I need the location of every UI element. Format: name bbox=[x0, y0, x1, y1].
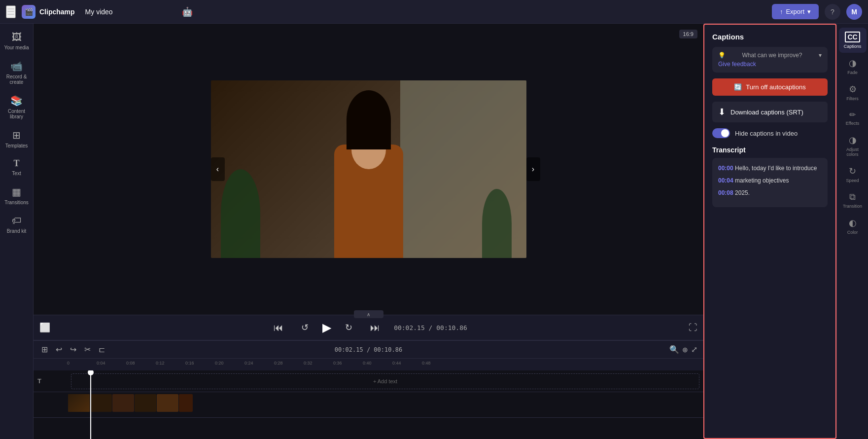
ruler-mark: 0:04 bbox=[97, 361, 105, 366]
redo-button[interactable]: ↪ bbox=[68, 343, 78, 356]
left-sidebar: 🖼 Your media 📹 Record & create 📚 Content… bbox=[0, 24, 34, 439]
content-library-icon: 📚 bbox=[10, 95, 23, 107]
prev-clip-button[interactable]: ‹ bbox=[211, 157, 225, 181]
ai-button[interactable]: 🤖 bbox=[182, 6, 193, 17]
text-track-row: T + Add text bbox=[34, 370, 703, 392]
transcript-line-2[interactable]: 00:04 marketing objectives bbox=[718, 176, 822, 185]
playback-time: 00:02.15 / 00:10.86 bbox=[394, 324, 467, 331]
sidebar-item-transitions[interactable]: ▦ Transitions bbox=[2, 182, 32, 209]
zoom-controls: 🔍 ⊕ ⤢ bbox=[669, 345, 697, 354]
video-thumb-1[interactable] bbox=[68, 394, 90, 412]
sidebar-item-label: Your media bbox=[4, 45, 29, 50]
sidebar-item-your-media[interactable]: 🖼 Your media bbox=[2, 28, 32, 54]
turn-off-autocaptions-button[interactable]: 🔄 Turn off autocaptions bbox=[712, 78, 828, 96]
hide-captions-label: Hide captions in video bbox=[735, 130, 798, 137]
tool-color[interactable]: ◐ Color bbox=[839, 214, 867, 239]
ruler-mark: 0:16 bbox=[185, 361, 194, 366]
ruler-mark: 0:24 bbox=[244, 361, 253, 366]
captions-panel: Captions 💡 What can we improve? ▾ Give f… bbox=[703, 24, 836, 439]
video-thumb-5[interactable] bbox=[157, 394, 178, 412]
playback-controls: ∧ ⬜ ⏮ ↺ ▶ ↻ ⏭ 00:02.15 / 00:10.86 ⛶ bbox=[34, 315, 703, 340]
transcript-time-1: 00:00 bbox=[718, 165, 733, 172]
play-pause-button[interactable]: ▶ bbox=[322, 321, 331, 334]
tool-fade[interactable]: ◑ Fade bbox=[839, 54, 867, 79]
transcript-time-3: 00:08 bbox=[718, 189, 733, 196]
zoom-in-button[interactable]: ⊕ bbox=[682, 346, 688, 354]
tool-effects[interactable]: ✏ Effects bbox=[839, 106, 867, 130]
user-avatar[interactable]: M bbox=[846, 4, 862, 20]
app-name: Clipchamp bbox=[39, 8, 75, 16]
video-thumb-3[interactable] bbox=[112, 394, 134, 412]
subtitle-toggle-button[interactable]: ⬜ bbox=[39, 322, 50, 333]
sidebar-item-content-library[interactable]: 📚 Content library bbox=[2, 91, 32, 123]
video-thumbnails bbox=[67, 392, 703, 414]
ruler-mark: 0:12 bbox=[156, 361, 165, 366]
sidebar-item-label: Brand kit bbox=[7, 228, 26, 234]
ruler-mark: 0:32 bbox=[304, 361, 312, 366]
tool-speed[interactable]: ↻ Speed bbox=[839, 162, 867, 187]
ruler-mark: 0:40 bbox=[363, 361, 372, 366]
speed-icon: ↻ bbox=[849, 166, 856, 177]
menu-button[interactable]: ☰ bbox=[6, 5, 16, 18]
transition-icon: ⧉ bbox=[849, 192, 856, 202]
fullscreen-button[interactable]: ⛶ bbox=[689, 323, 697, 333]
sidebar-item-text[interactable]: T Text bbox=[2, 154, 32, 180]
preview-container: 16:9 ‹ › bbox=[34, 24, 703, 315]
transcript-line-3[interactable]: 00:08 2025. bbox=[718, 188, 822, 198]
video-title-input[interactable] bbox=[81, 5, 176, 18]
timeline-tracks: T + Add text bbox=[34, 370, 703, 439]
your-media-icon: 🖼 bbox=[12, 32, 22, 43]
video-thumb-2[interactable] bbox=[90, 394, 112, 412]
feedback-question: What can we improve? bbox=[742, 52, 802, 59]
transitions-icon: ▦ bbox=[12, 186, 21, 198]
cut-button[interactable]: ✂ bbox=[82, 343, 93, 356]
video-track-content[interactable] bbox=[67, 392, 703, 417]
export-button[interactable]: ↑ Export ▾ bbox=[772, 4, 819, 19]
timeline-area: ⊞ ↩ ↪ ✂ ⊏ 00:02.15 / 00:10.86 🔍 ⊕ ⤢ 0 0:… bbox=[34, 340, 703, 439]
hide-captions-toggle[interactable] bbox=[712, 128, 730, 138]
aspect-ratio-badge: 16:9 bbox=[679, 30, 697, 38]
skip-to-start-button[interactable]: ⏮ bbox=[270, 320, 287, 335]
ruler-mark: 0:48 bbox=[422, 361, 431, 366]
transcript-line-1[interactable]: 00:00 Hello, today I'd like to introduce bbox=[718, 164, 822, 173]
effects-icon: ✏ bbox=[849, 110, 856, 119]
snap-button[interactable]: ⊞ bbox=[39, 343, 50, 356]
forward-button[interactable]: ↻ bbox=[341, 320, 356, 335]
video-thumb-6[interactable] bbox=[179, 394, 193, 412]
export-caret-icon: ▾ bbox=[807, 8, 811, 15]
give-feedback-link[interactable]: Give feedback bbox=[718, 61, 822, 68]
download-captions-button[interactable]: ⬇ Download captions (SRT) bbox=[712, 102, 828, 122]
ruler-mark: 0:20 bbox=[215, 361, 224, 366]
help-button[interactable]: ? bbox=[825, 4, 840, 20]
skip-to-end-button[interactable]: ⏭ bbox=[366, 320, 384, 335]
collapse-timeline-button[interactable]: ∧ bbox=[354, 310, 383, 318]
ruler-mark: 0:28 bbox=[274, 361, 283, 366]
next-clip-button[interactable]: › bbox=[526, 157, 540, 181]
undo-button[interactable]: ↩ bbox=[54, 343, 64, 356]
video-thumb-4[interactable] bbox=[135, 394, 156, 412]
sidebar-item-templates[interactable]: ⊞ Templates bbox=[2, 125, 32, 152]
merge-button[interactable]: ⊏ bbox=[97, 343, 107, 356]
tool-adjust-colors[interactable]: ◑ Adjust colors bbox=[839, 131, 867, 161]
feedback-question-row[interactable]: 💡 What can we improve? ▾ bbox=[718, 52, 822, 59]
color-icon: ◐ bbox=[849, 218, 857, 228]
transcript-text-2: marketing objectives bbox=[735, 177, 789, 184]
rewind-button[interactable]: ↺ bbox=[297, 320, 312, 335]
add-text-button[interactable]: + Add text bbox=[71, 373, 699, 389]
timeline-ruler: 0 0:04 0:08 0:12 0:16 0:20 0:24 0:28 0:3… bbox=[34, 359, 703, 370]
text-track-content[interactable]: + Add text bbox=[67, 370, 703, 392]
sidebar-item-label: Transitions bbox=[4, 200, 29, 205]
zoom-out-button[interactable]: 🔍 bbox=[669, 345, 679, 354]
sidebar-item-label: Templates bbox=[5, 143, 28, 148]
video-area: 16:9 ‹ › bbox=[34, 24, 703, 439]
sidebar-item-brand-kit[interactable]: 🏷 Brand kit bbox=[2, 211, 32, 238]
captions-panel-title: Captions bbox=[712, 33, 828, 41]
sidebar-item-record-create[interactable]: 📹 Record & create bbox=[2, 56, 32, 89]
tool-transition[interactable]: ⧉ Transition bbox=[839, 188, 867, 213]
brand-kit-icon: 🏷 bbox=[12, 215, 22, 226]
transcript-section: Transcript 00:00 Hello, today I'd like t… bbox=[712, 146, 828, 207]
tool-captions[interactable]: CC Captions bbox=[839, 28, 867, 53]
expand-timeline-button[interactable]: ⤢ bbox=[691, 345, 697, 354]
sidebar-item-label: Text bbox=[12, 171, 21, 176]
tool-filters[interactable]: ⚙ Filters bbox=[839, 80, 867, 105]
